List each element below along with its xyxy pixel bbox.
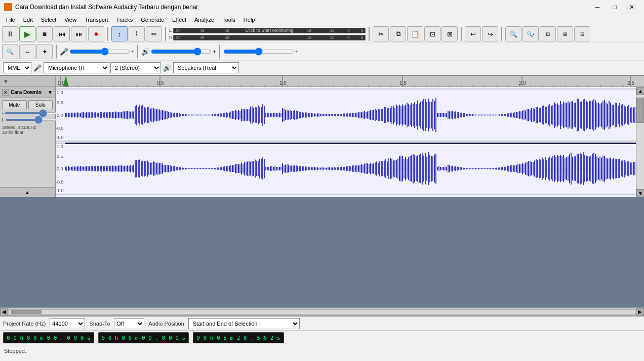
- vu-tick-0: 0: [361, 28, 363, 33]
- solo-button[interactable]: Solo: [28, 100, 53, 109]
- menu-help[interactable]: Help: [239, 16, 259, 24]
- copy-button[interactable]: ⧉: [390, 26, 406, 41]
- vu-left-bar[interactable]: Click to Start Monitoring -54 -48 -42 -1…: [173, 28, 366, 33]
- menu-select[interactable]: Select: [37, 16, 61, 24]
- multi-tool-button[interactable]: ✦: [36, 44, 53, 59]
- hscroll-thumb[interactable]: [11, 310, 42, 314]
- skip-end-button[interactable]: ⏭: [71, 26, 87, 41]
- scroll-up-button[interactable]: ▲: [636, 87, 644, 95]
- vu-tick-48: -48: [198, 28, 205, 33]
- microphone-select[interactable]: Microphone (R: [44, 62, 109, 73]
- track-title: Cara Downlo: [11, 89, 46, 95]
- envelope-tool-button[interactable]: ⌇: [129, 26, 145, 41]
- horizontal-scrollbar: ◀ ▶: [0, 307, 644, 315]
- vu-r-tick-42: -42: [223, 35, 229, 40]
- zoom-out-button[interactable]: 🔍-: [522, 26, 539, 41]
- sep6: [56, 44, 57, 59]
- timeline-arrow[interactable]: ▼: [3, 78, 9, 84]
- snap-to-select[interactable]: Off: [114, 318, 144, 329]
- pan-row: L R: [2, 117, 53, 122]
- zoom-fit-button[interactable]: ⊞: [557, 26, 573, 41]
- vu-left-label: L: [169, 28, 173, 33]
- record-button[interactable]: ●: [88, 26, 104, 41]
- maximize-button[interactable]: □: [607, 2, 623, 12]
- gain-row: - +: [2, 111, 53, 116]
- vscroll-thumb[interactable]: [636, 98, 644, 123]
- scroll-right-button[interactable]: ▶: [636, 308, 644, 316]
- time-display-3[interactable]: 0 0 h 0 5 m 2 8 . 5 6 2 s: [193, 332, 284, 343]
- api-select[interactable]: MME: [3, 62, 31, 73]
- track-info-line1: Stereo, 44100Hz: [2, 125, 53, 130]
- menu-view[interactable]: View: [60, 16, 80, 24]
- channels-select[interactable]: 2 (Stereo): [110, 62, 161, 73]
- play-button[interactable]: ▶: [19, 26, 35, 41]
- close-button[interactable]: ✕: [624, 2, 640, 12]
- menu-transport[interactable]: Transport: [80, 16, 112, 24]
- cut-button[interactable]: ✂: [373, 26, 389, 41]
- playback-speed-container: +: [223, 48, 298, 55]
- stop-button[interactable]: ■: [36, 26, 53, 41]
- timeshift-tool-button[interactable]: ↔: [19, 44, 35, 59]
- minimize-button[interactable]: ─: [589, 2, 606, 12]
- vu-right-label: R: [169, 35, 173, 40]
- time1-text: 0 0 h 0 0 m 0 0 . 0 0 0 s: [7, 335, 91, 341]
- playback-speed-slider[interactable]: [223, 48, 294, 55]
- menu-file[interactable]: File: [2, 16, 19, 24]
- timeline-canvas: [56, 76, 635, 87]
- speaker-device-icon: 🔊: [163, 64, 171, 72]
- menu-tools[interactable]: Tools: [218, 16, 239, 24]
- scroll-down-button[interactable]: ▼: [636, 189, 644, 197]
- menu-edit[interactable]: Edit: [19, 16, 37, 24]
- sep2: [165, 27, 166, 41]
- mic-level-slider[interactable]: [69, 48, 130, 55]
- speaker-select[interactable]: Speakers (Real: [173, 62, 239, 73]
- waveform-container: [56, 87, 636, 197]
- paste-button[interactable]: 📋: [407, 26, 423, 41]
- time2-text: 0 0 h 0 0 m 0 0 . 0 0 0 s: [102, 335, 186, 341]
- project-rate-select[interactable]: 44100: [50, 318, 85, 329]
- sep8: [219, 44, 220, 59]
- track-collapse[interactable]: ▲: [0, 187, 55, 197]
- scroll-left-button[interactable]: ◀: [0, 308, 8, 316]
- track-controls: Mute Solo - + L R: [0, 98, 55, 138]
- draw-tool-button[interactable]: ✏: [146, 26, 162, 41]
- menu-generate[interactable]: Generate: [137, 16, 168, 24]
- zoom-full-button[interactable]: ⊟: [574, 26, 590, 41]
- playback-max: +: [213, 49, 216, 55]
- menu-analyze[interactable]: Analyze: [190, 16, 218, 24]
- vu-right-bar[interactable]: -54 -48 -42 -18 -12 -6 0: [173, 35, 366, 40]
- trim-button[interactable]: ⊡: [424, 26, 440, 41]
- statusbar-top: Project Rate (Hz) 44100 Snap-To Off Audi…: [0, 317, 644, 331]
- zoom-tool-button[interactable]: 🔍: [2, 44, 18, 59]
- zoom-sel-button[interactable]: ⊡: [540, 26, 556, 41]
- timeline-corner: ▼: [0, 76, 56, 86]
- pause-button[interactable]: ⏸: [2, 26, 18, 41]
- zoom-in-button[interactable]: 🔍: [505, 26, 521, 41]
- vu-left-row: L Click to Start Monitoring -54 -48 -42 …: [169, 27, 366, 34]
- redo-button[interactable]: ↪: [482, 26, 498, 41]
- vscroll-track: [636, 95, 644, 189]
- track-close-button[interactable]: ✕: [2, 89, 9, 96]
- track-panel-extra: [0, 138, 55, 187]
- vu-tick-6: -6: [346, 28, 350, 33]
- tracks-waveform: ✕ Cara Downlo ▼ Mute Solo - +: [0, 87, 644, 197]
- select-tool-button[interactable]: ↕: [111, 26, 128, 41]
- selection-dropdown[interactable]: Start and End of Selection: [188, 318, 300, 329]
- time-display-1[interactable]: 0 0 h 0 0 m 0 0 . 0 0 0 s: [3, 332, 94, 343]
- undo-button[interactable]: ↩: [465, 26, 481, 41]
- statusbar-bottom: 0 0 h 0 0 m 0 0 . 0 0 0 s 0 0 h 0 0 m 0 …: [0, 331, 644, 345]
- waveform-canvas[interactable]: [56, 87, 636, 197]
- track-expand-arrow[interactable]: ▼: [48, 89, 53, 95]
- mute-button[interactable]: Mute: [2, 100, 27, 109]
- silence-button[interactable]: ⊠: [441, 26, 458, 41]
- menu-tracks[interactable]: Tracks: [112, 16, 137, 24]
- tools-row: 🔍 ↔ ✦ 🎤 + 🔊 + +: [0, 43, 644, 61]
- skip-start-button[interactable]: ⏮: [54, 26, 70, 41]
- playback-level-slider[interactable]: [151, 48, 212, 55]
- menu-effect[interactable]: Effect: [168, 16, 190, 24]
- time-display-2[interactable]: 0 0 h 0 0 m 0 0 . 0 0 0 s: [98, 332, 189, 343]
- vertical-scrollbar: ▲ ▼: [636, 87, 644, 197]
- time3-text: 0 0 h 0 5 m 2 8 . 5 6 2 s: [196, 335, 280, 341]
- menu-bar: File Edit Select View Transport Tracks G…: [0, 14, 644, 25]
- collapse-arrow: ▲: [25, 190, 30, 195]
